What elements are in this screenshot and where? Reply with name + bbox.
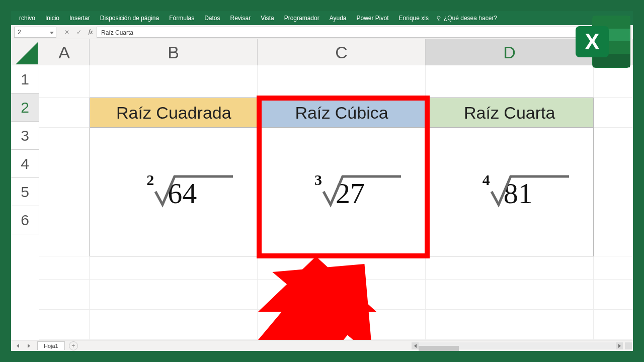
name-box-value: 2 — [18, 29, 21, 36]
ribbon-tab-insertar[interactable]: Insertar — [64, 11, 95, 25]
tell-me-search[interactable]: ¿Qué desea hacer? — [436, 15, 497, 22]
ribbon-menu: rchivo Inicio Insertar Disposición de pá… — [11, 11, 633, 25]
svg-point-0 — [437, 16, 440, 19]
row-header-6[interactable]: 6 — [11, 206, 39, 234]
cell-C2[interactable]: Raíz Cúbica — [258, 98, 426, 128]
fx-icon: fx — [89, 28, 93, 36]
ribbon-tab-ayuda[interactable]: Ayuda — [325, 11, 352, 25]
formula-input[interactable]: Raíz Cuarta — [97, 27, 628, 38]
grid: Raíz Cuadrada Raíz Cúbica Raíz Cuarta 2 … — [39, 65, 633, 340]
root-degree: 2 — [146, 171, 154, 189]
sheet-nav-next[interactable] — [24, 341, 33, 350]
ribbon-tab-inicio[interactable]: Inicio — [40, 11, 64, 25]
ribbon-tab-formulas[interactable]: Fórmulas — [164, 11, 199, 25]
cell-D2[interactable]: Raíz Cuarta — [426, 98, 594, 128]
worksheet: A B C D 1 2 3 4 5 6 Raíz Cuadrada — [11, 39, 633, 340]
cancel-button[interactable]: ✕ — [61, 27, 72, 38]
select-all-triangle[interactable] — [11, 39, 39, 65]
ribbon-tab-programador[interactable]: Programador — [279, 11, 325, 25]
sheet-tab-bar: Hoja1 + — [11, 340, 633, 351]
accept-button[interactable]: ✓ — [73, 27, 85, 38]
radical-icon — [153, 173, 234, 210]
row-header-4[interactable]: 4 — [11, 150, 39, 178]
name-box[interactable]: 2 — [14, 27, 56, 38]
row-header-1[interactable]: 1 — [11, 65, 39, 94]
col-header-B[interactable]: B — [90, 39, 258, 65]
roots-table: Raíz Cuadrada Raíz Cúbica Raíz Cuarta 2 … — [90, 98, 594, 256]
svg-marker-1 — [16, 42, 38, 64]
excel-window: rchivo Inicio Insertar Disposición de pá… — [11, 11, 633, 351]
horizontal-scrollbar[interactable] — [412, 342, 623, 349]
cell-B3[interactable]: 2 64 — [90, 128, 258, 256]
name-box-dropdown-icon[interactable] — [50, 29, 54, 36]
tell-me-placeholder: ¿Qué desea hacer? — [444, 15, 497, 22]
col-header-C[interactable]: C — [258, 39, 426, 65]
row-header-2[interactable]: 2 — [11, 94, 39, 122]
ribbon-tab-revisar[interactable]: Revisar — [225, 11, 256, 25]
row-header-5[interactable]: 5 — [11, 178, 39, 206]
formula-bar-buttons: ✕ ✓ fx — [61, 27, 97, 38]
row-header-3[interactable]: 3 — [11, 122, 39, 150]
square-root-expr: 2 64 — [150, 173, 197, 210]
col-header-A[interactable]: A — [39, 39, 90, 65]
svg-text:X: X — [585, 29, 599, 54]
sheet-nav-prev[interactable] — [13, 341, 22, 350]
row-headers: 1 2 3 4 5 6 — [11, 65, 39, 234]
ribbon-tab-archivo[interactable]: rchivo — [14, 11, 40, 25]
scroll-right-icon[interactable] — [616, 342, 623, 349]
fx-button[interactable]: fx — [86, 27, 97, 38]
ribbon-tab-powerpivot[interactable]: Power Pivot — [352, 11, 394, 25]
scroll-thumb[interactable] — [419, 346, 459, 351]
column-headers: A B C D — [11, 39, 633, 65]
col-header-D[interactable]: D — [426, 39, 594, 65]
lightbulb-icon — [436, 15, 442, 21]
fourth-root-expr: 4 81 — [487, 173, 533, 210]
radical-icon — [490, 173, 570, 210]
ribbon-tab-vista[interactable]: Vista — [256, 11, 279, 25]
sheet-tab-hoja1[interactable]: Hoja1 — [37, 341, 65, 350]
cell-C3[interactable]: 3 27 — [258, 128, 426, 256]
radical-icon — [321, 173, 402, 210]
add-sheet-button[interactable]: + — [69, 341, 78, 350]
cell-D3[interactable]: 4 81 — [426, 128, 594, 256]
formula-bar: 2 ✕ ✓ fx Raíz Cuarta — [11, 25, 633, 39]
root-degree: 3 — [314, 171, 322, 189]
root-degree: 4 — [482, 171, 490, 189]
cube-root-expr: 3 27 — [318, 173, 365, 210]
scroll-left-icon[interactable] — [412, 342, 419, 349]
ribbon-tab-disposicion[interactable]: Disposición de página — [95, 11, 164, 25]
excel-logo-icon: X — [570, 11, 633, 74]
ribbon-tab-enrique[interactable]: Enrique xls — [394, 11, 434, 25]
ribbon-tab-datos[interactable]: Datos — [199, 11, 225, 25]
scroll-corner — [625, 342, 632, 349]
cell-B2[interactable]: Raíz Cuadrada — [90, 98, 258, 128]
